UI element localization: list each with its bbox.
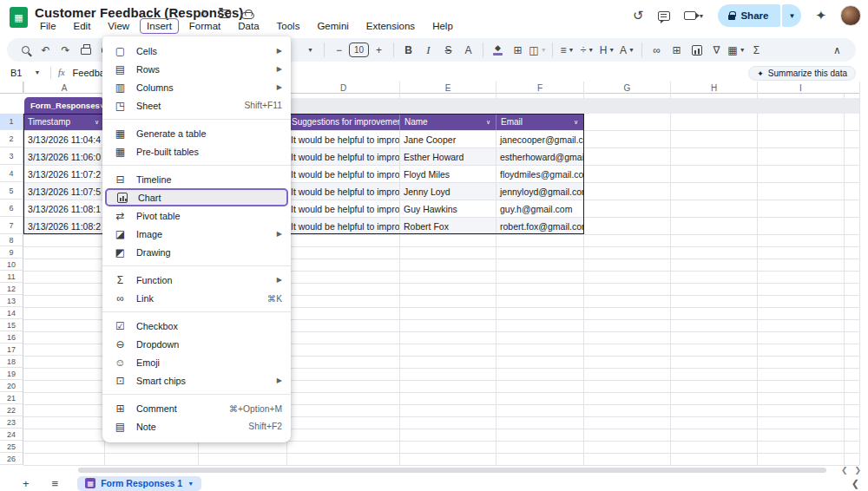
video-call-button[interactable]: ▼ (684, 11, 705, 20)
name-box[interactable]: B1 ▼ (0, 68, 49, 78)
table-name-chip[interactable]: Form_Responses ∨ (24, 97, 104, 114)
formula-input[interactable]: Feedba (73, 68, 105, 78)
print-button[interactable] (76, 40, 95, 60)
menu-item-rows[interactable]: ▤Rows▶ (102, 60, 291, 78)
column-header-G[interactable]: G (583, 82, 670, 94)
cell-email-row6[interactable]: guy.h@gmail.com (496, 200, 583, 217)
menu-item-chart[interactable]: Chart (105, 188, 288, 206)
row-header-24[interactable]: 24 (0, 429, 23, 441)
row-header-17[interactable]: 17 (0, 344, 23, 356)
insert-link-button[interactable]: ∞ (647, 40, 667, 60)
functions-button[interactable]: Σ (746, 40, 766, 60)
header-cell-suggestions[interactable]: Suggestions for improvement∨ (286, 114, 399, 130)
menu-item-link[interactable]: ∞Link⌘K (102, 289, 291, 307)
menu-item-smart-chips[interactable]: ⊡Smart chips▶ (102, 371, 291, 390)
text-wrap-button[interactable]: H▼ (597, 40, 617, 60)
row-header-18[interactable]: 18 (0, 356, 23, 368)
undo-button[interactable]: ↶ (36, 40, 56, 60)
cell-email-row7[interactable]: robert.fox@gmail.com (496, 218, 583, 234)
account-avatar[interactable] (840, 5, 861, 26)
vertical-align-button[interactable]: ÷▼ (577, 40, 597, 60)
bold-button[interactable]: B (398, 40, 418, 60)
menubar-item-data[interactable]: Data (231, 18, 266, 34)
menu-item-timeline[interactable]: ⊟Timeline (102, 170, 291, 188)
menu-item-image[interactable]: ◪Image▶ (102, 225, 291, 243)
menu-item-columns[interactable]: ▥Columns▶ (102, 78, 291, 96)
menu-item-comment[interactable]: ⊞Comment⌘+Option+M (102, 399, 291, 417)
row-header-12[interactable]: 12 (0, 283, 23, 295)
row-header-15[interactable]: 15 (0, 319, 23, 331)
sheet-tab-form-responses[interactable]: ▦ Form Responses 1 ▼ (77, 476, 201, 491)
add-sheet-button[interactable]: + (23, 477, 30, 490)
cell-name-row4[interactable]: Floyd Miles (400, 166, 496, 182)
menu-item-function[interactable]: ΣFunction▶ (102, 271, 291, 289)
menu-item-note[interactable]: ▤NoteShift+F2 (102, 417, 291, 435)
row-header-21[interactable]: 21 (0, 392, 23, 404)
select-all-corner[interactable] (0, 82, 23, 94)
row-header-7[interactable]: 7 (0, 217, 23, 234)
row-header-8[interactable]: 8 (0, 234, 23, 246)
column-header-F[interactable]: F (496, 82, 583, 94)
column-header-A[interactable]: A (23, 82, 104, 94)
merge-cells-button[interactable]: ◫▼ (528, 40, 548, 60)
menubar-item-help[interactable]: Help (425, 18, 460, 34)
menubar-item-format[interactable]: Format (182, 18, 227, 34)
move-folder-icon[interactable]: › (219, 10, 231, 18)
menu-item-pivot-table[interactable]: ⇄Pivot table (102, 206, 291, 225)
menu-item-dropdown[interactable]: ⊖Dropdown (102, 335, 291, 353)
column-header-E[interactable]: E (399, 82, 496, 94)
row-header-5[interactable]: 5 (0, 182, 23, 200)
share-button[interactable]: Share (718, 4, 780, 27)
row-header-20[interactable]: 20 (0, 380, 23, 392)
redo-button[interactable]: ↷ (56, 40, 76, 60)
text-color-button[interactable]: A (458, 40, 478, 60)
scroll-left-icon[interactable]: ❮ (841, 466, 848, 475)
row-header-23[interactable]: 23 (0, 416, 23, 429)
menu-item-pre-built-tables[interactable]: ▦Pre-built tables (102, 142, 291, 160)
show-side-panel-icon[interactable]: ❮ (852, 478, 859, 489)
row-header-22[interactable]: 22 (0, 404, 23, 416)
cell-timestamp-row6[interactable]: 3/13/2026 11:08:1 (24, 200, 104, 217)
cell-name-row6[interactable]: Guy Hawkins (400, 200, 496, 217)
cell-timestamp-row3[interactable]: 3/13/2026 11:06:0 (24, 148, 104, 165)
create-filter-button[interactable]: ∇ (707, 40, 727, 60)
header-cell-email[interactable]: Email∨ (496, 114, 583, 130)
cell-email-row3[interactable]: estherhoward@gmail.co (496, 148, 583, 165)
cell-suggestion-row3[interactable]: It would be helpful to improve page (287, 148, 399, 165)
borders-button[interactable]: ⊞ (508, 40, 528, 60)
menu-item-drawing[interactable]: ◩Drawing (102, 243, 291, 261)
cell-suggestion-row7[interactable]: It would be helpful to improve page (287, 218, 399, 234)
menu-item-emoji[interactable]: ☺Emoji (102, 353, 291, 371)
italic-button[interactable]: I (418, 40, 438, 60)
cell-timestamp-row7[interactable]: 3/13/2026 11:08:2 (24, 218, 104, 234)
cell-email-row4[interactable]: floydmiles@gmail.com (496, 166, 583, 182)
cell-suggestion-row2[interactable]: It would be helpful to improve page (287, 131, 399, 147)
cell-name-row3[interactable]: Esther Howard (400, 148, 496, 165)
header-cell-timestamp[interactable]: Timestamp∨ (23, 114, 104, 130)
menubar-item-insert[interactable]: Insert (140, 18, 179, 34)
row-header-13[interactable]: 13 (0, 295, 23, 307)
cell-name-row7[interactable]: Robert Fox (400, 218, 496, 234)
strikethrough-button[interactable]: S (438, 40, 458, 60)
row-header-25[interactable]: 25 (0, 441, 23, 453)
horizontal-align-button[interactable]: ≡▼ (557, 40, 577, 60)
decrease-font-button[interactable]: − (329, 40, 349, 60)
font-dropdown-caret[interactable]: ▼ (299, 40, 319, 60)
column-header-H[interactable]: H (670, 82, 757, 94)
menu-item-generate-a-table[interactable]: ▦Generate a table (102, 124, 291, 142)
table-views-button[interactable]: ▦▼ (727, 40, 746, 60)
insert-chart-button[interactable] (687, 40, 707, 60)
column-header-I[interactable]: I (757, 82, 844, 94)
cell-suggestion-row4[interactable]: It would be helpful to improve page (287, 166, 399, 182)
menu-item-cells[interactable]: ▢Cells▶ (102, 42, 291, 60)
cell-email-row5[interactable]: jennyloyd@gmail.com (496, 183, 583, 200)
row-header-9[interactable]: 9 (0, 246, 23, 259)
cell-name-row2[interactable]: Jane Cooper (400, 131, 496, 147)
share-dropdown-button[interactable]: ▼ (782, 4, 801, 27)
cell-timestamp-row4[interactable]: 3/13/2026 11:07:2 (24, 166, 104, 182)
sheets-logo-icon[interactable]: ▦ (10, 7, 28, 28)
horizontal-scrollbar[interactable] (78, 468, 826, 473)
row-header-10[interactable]: 10 (0, 259, 23, 271)
font-size-input[interactable]: 10 (349, 43, 369, 57)
cell-suggestion-row5[interactable]: It would be helpful to improve page (287, 183, 399, 200)
